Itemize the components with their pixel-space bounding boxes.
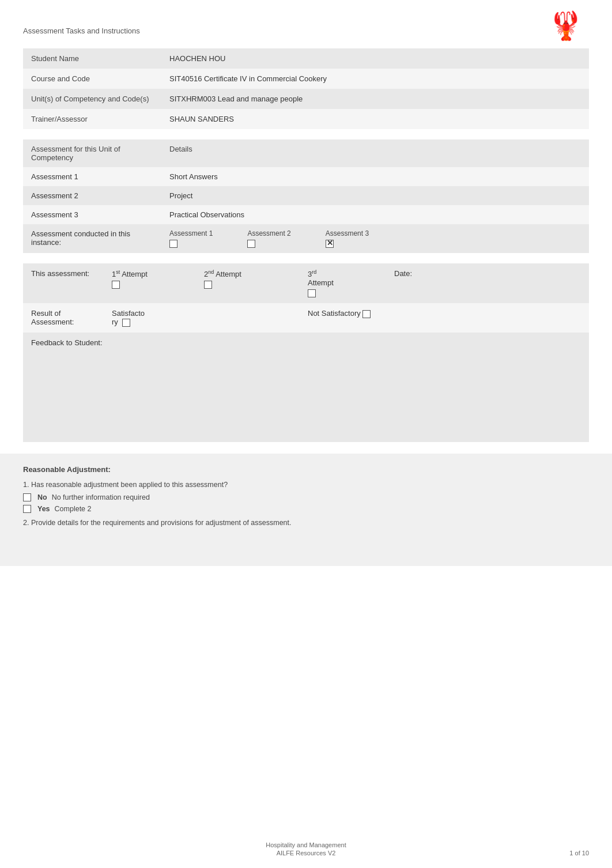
reasonable-adjustment-section: Reasonable Adjustment: 1. Has reasonable…: [0, 454, 612, 566]
this-assessment-label: This assessment:: [23, 263, 104, 303]
page-title: Assessment Tasks and Instructions: [23, 6, 140, 35]
conducted-assessment2-checkbox[interactable]: [247, 240, 255, 248]
first-attempt-checkbox[interactable]: [112, 281, 120, 289]
ra-no-option: No No further information required: [23, 493, 589, 501]
assessment3-value: Practical Observations: [161, 205, 589, 224]
conducted-label: Assessment conducted in this instance:: [23, 224, 161, 253]
assessment1-value: Short Answers: [161, 167, 589, 186]
conducted-assessment3: Assessment 3: [326, 229, 369, 248]
result-label: Result of Assessment:: [23, 303, 104, 333]
ra-yes-detail: Complete 2: [55, 505, 92, 513]
assessment3-label: Assessment 3: [23, 205, 161, 224]
assessment-overview-table: Assessment for this Unit of Competency D…: [23, 139, 589, 253]
feedback-label-cell: Feedback to Student:: [23, 333, 589, 350]
logo: 🦞: [543, 6, 589, 46]
attempt-table: This assessment: 1st Attempt 2nd Attempt…: [23, 263, 589, 442]
first-attempt-cell: 1st Attempt: [104, 263, 196, 303]
second-attempt-checkbox[interactable]: [204, 281, 212, 289]
assessment2-label: Assessment 2: [23, 186, 161, 205]
not-satisfactory-cell: Not Satisfactory: [300, 303, 589, 333]
not-satisfactory-text: Not Satisfactory: [308, 309, 362, 318]
conducted-assessment1-label: Assessment 1: [169, 229, 213, 237]
ra-yes-label: Yes: [37, 505, 50, 513]
info-row: Unit(s) of Competency and Code(s) SITXHR…: [23, 89, 589, 109]
ra-no-detail: No further information required: [52, 493, 150, 501]
conducted-assessment3-checkbox[interactable]: [326, 240, 334, 248]
info-value: SITXHRM003 Lead and manage people: [161, 89, 589, 109]
logo-icon: 🦞: [549, 10, 583, 42]
assessment2-value: Project: [161, 186, 589, 205]
satisfactory-checkbox[interactable]: [122, 319, 130, 327]
conducted-assessment2-label: Assessment 2: [247, 229, 290, 237]
info-row: Student Name HAOCHEN HOU: [23, 48, 589, 69]
conducted-checkboxes: Assessment 1 Assessment 2 Assessment 3: [161, 224, 589, 253]
info-label: Unit(s) of Competency and Code(s): [23, 89, 161, 109]
footer-line1: Hospitality and Management: [0, 841, 612, 848]
satisfactory-cell: Satisfactory: [104, 303, 300, 333]
date-cell: Date:: [386, 263, 589, 303]
ra-title: Reasonable Adjustment:: [23, 465, 589, 474]
not-satisfactory-checkbox[interactable]: [362, 310, 371, 318]
conducted-assessment3-label: Assessment 3: [326, 229, 369, 237]
conducted-assessment1-checkbox[interactable]: [169, 240, 177, 248]
third-attempt-cell: 3rdAttempt: [300, 263, 386, 303]
ra-question1: 1. Has reasonable adjustment been applie…: [23, 481, 589, 489]
footer-line2: AILFE Resources V2: [0, 850, 612, 856]
info-value: HAOCHEN HOU: [161, 48, 589, 69]
ra-no-label: No: [37, 493, 47, 501]
third-attempt-checkbox[interactable]: [308, 289, 316, 297]
info-table: Student Name HAOCHEN HOU Course and Code…: [23, 48, 589, 129]
feedback-content-area[interactable]: [23, 350, 589, 442]
conducted-assessment2: Assessment 2: [247, 229, 290, 248]
page-number: 1 of 10: [569, 850, 589, 856]
info-row: Trainer/Assessor SHAUN SANDERS: [23, 109, 589, 129]
ra-yes-checkbox[interactable]: [23, 505, 31, 513]
info-value: SIT40516 Certificate IV in Commercial Co…: [161, 69, 589, 89]
ra-no-checkbox[interactable]: [23, 493, 31, 501]
ra-question2: 2. Provide details for the requirements …: [23, 519, 589, 527]
info-row: Course and Code SIT40516 Certificate IV …: [23, 69, 589, 89]
info-label: Trainer/Assessor: [23, 109, 161, 129]
info-label: Course and Code: [23, 69, 161, 89]
assessment-overview-label: Assessment for this Unit of Competency: [23, 139, 161, 167]
ra-yes-option: Yes Complete 2: [23, 505, 589, 513]
second-attempt-cell: 2nd Attempt: [196, 263, 300, 303]
assessment-overview-detail: Details: [161, 139, 589, 167]
assessment1-label: Assessment 1: [23, 167, 161, 186]
info-label: Student Name: [23, 48, 161, 69]
info-value: SHAUN SANDERS: [161, 109, 589, 129]
conducted-assessment1: Assessment 1: [169, 229, 213, 248]
footer: Hospitality and Management AILFE Resourc…: [0, 841, 612, 856]
